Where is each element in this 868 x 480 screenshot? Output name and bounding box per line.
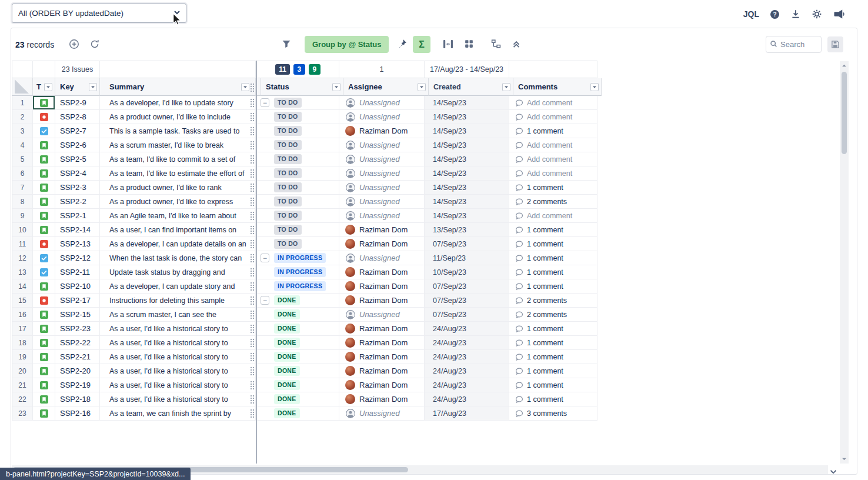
issue-key-cell[interactable]: SSP2-17: [55, 294, 100, 308]
group-collapse-toggle[interactable]: −: [261, 296, 269, 305]
issue-key-cell[interactable]: SSP2-10: [55, 279, 100, 294]
vertical-scrollbar[interactable]: [840, 61, 849, 464]
page-scroll-down-icon[interactable]: [828, 466, 839, 479]
assignee-cell[interactable]: Unassigned: [339, 138, 425, 152]
created-cell[interactable]: 17/Aug/23: [425, 406, 509, 421]
help-icon[interactable]: ?: [770, 9, 780, 19]
created-cell[interactable]: 14/Sep/23: [425, 181, 509, 195]
assignee-cell[interactable]: Unassigned: [339, 152, 425, 166]
row-number[interactable]: 23: [12, 406, 33, 421]
refresh-icon[interactable]: [89, 39, 100, 49]
status-cell[interactable]: DONE: [257, 406, 339, 421]
issue-summary-cell[interactable]: When the last task is done, the story ca…: [100, 251, 256, 265]
status-cell[interactable]: DONE: [257, 378, 339, 392]
created-cell[interactable]: 07/Sep/23: [425, 308, 509, 322]
issue-type-cell[interactable]: [33, 237, 55, 251]
comments-cell[interactable]: 2 comments: [509, 294, 597, 308]
assignee-cell[interactable]: Raziman Dom: [339, 378, 425, 392]
comments-cell[interactable]: Add comment: [509, 152, 597, 166]
assignee-cell[interactable]: Raziman Dom: [339, 279, 425, 294]
hierarchy-icon[interactable]: [491, 39, 501, 49]
issue-type-cell[interactable]: [33, 265, 55, 279]
created-cell[interactable]: 10/Sep/23: [425, 265, 509, 279]
status-cell[interactable]: TO DO: [257, 209, 339, 223]
status-cell[interactable]: IN PROGRESS: [257, 279, 339, 294]
assignee-cell[interactable]: Raziman Dom: [339, 392, 425, 406]
issue-type-cell[interactable]: [33, 195, 55, 209]
issue-key-cell[interactable]: SSP2-18: [55, 392, 100, 406]
filter-dropdown-icon[interactable]: [502, 83, 510, 91]
issue-key-cell[interactable]: SSP2-2: [55, 195, 100, 209]
issue-summary-cell[interactable]: As a developer, I'd like to update story: [100, 96, 256, 110]
status-cell[interactable]: TO DO: [257, 181, 339, 195]
issue-key-cell[interactable]: SSP2-7: [55, 124, 100, 138]
status-cell[interactable]: −TO DO: [257, 96, 339, 110]
issue-type-cell[interactable]: [33, 378, 55, 392]
issue-summary-cell[interactable]: As a team, I'd like to estimate the effo…: [100, 166, 256, 181]
filter-dropdown-icon[interactable]: [418, 83, 426, 91]
row-number[interactable]: 12: [12, 251, 33, 265]
collapse-all-icon[interactable]: [511, 38, 522, 49]
column-header-type[interactable]: T: [33, 78, 55, 96]
row-number[interactable]: 16: [12, 308, 33, 322]
vertical-scroll-thumb[interactable]: [842, 72, 847, 154]
group-by-status-button[interactable]: Group by @ Status: [305, 36, 389, 53]
assignee-cell[interactable]: Raziman Dom: [339, 350, 425, 364]
status-cell[interactable]: DONE: [257, 364, 339, 378]
comments-cell[interactable]: 1 comment: [509, 124, 597, 138]
issue-type-cell[interactable]: [33, 209, 55, 223]
column-header-status[interactable]: Status: [261, 78, 343, 96]
download-icon[interactable]: [790, 9, 801, 19]
row-number[interactable]: 8: [12, 195, 33, 209]
row-number[interactable]: 7: [12, 181, 33, 195]
issue-summary-cell[interactable]: As a product owner, I'd like to include: [100, 110, 256, 124]
issue-key-cell[interactable]: SSP2-1: [55, 209, 100, 223]
column-header-key[interactable]: Key: [55, 78, 100, 96]
issue-key-cell[interactable]: SSP2-19: [55, 378, 100, 392]
issue-type-cell[interactable]: [33, 294, 55, 308]
issue-type-cell[interactable]: [33, 308, 55, 322]
group-collapse-toggle[interactable]: −: [261, 98, 269, 107]
created-cell[interactable]: 24/Aug/23: [425, 336, 509, 350]
frozen-pane-divider[interactable]: [256, 61, 257, 464]
created-cell[interactable]: 07/Sep/23: [425, 279, 509, 294]
status-cell[interactable]: TO DO: [257, 110, 339, 124]
issue-type-cell[interactable]: [33, 336, 55, 350]
issue-type-cell[interactable]: [33, 279, 55, 294]
created-cell[interactable]: 24/Aug/23: [425, 378, 509, 392]
column-header-comments[interactable]: Comments: [513, 78, 602, 96]
save-button[interactable]: [827, 36, 843, 52]
search-field[interactable]: [766, 36, 822, 53]
created-cell[interactable]: 14/Sep/23: [425, 209, 509, 223]
comments-cell[interactable]: Add comment: [509, 138, 597, 152]
issue-type-cell[interactable]: [33, 96, 55, 110]
assignee-cell[interactable]: Raziman Dom: [339, 336, 425, 350]
issue-type-cell[interactable]: [33, 166, 55, 181]
megaphone-icon[interactable]: [833, 8, 844, 20]
comments-cell[interactable]: 3 comments: [509, 406, 597, 421]
assignee-cell[interactable]: Unassigned: [339, 195, 425, 209]
issue-type-cell[interactable]: [33, 223, 55, 237]
comments-cell[interactable]: 1 comment: [509, 181, 597, 195]
row-number[interactable]: 9: [12, 209, 33, 223]
row-number[interactable]: 22: [12, 392, 33, 406]
created-cell[interactable]: 14/Sep/23: [425, 138, 509, 152]
created-cell[interactable]: 07/Sep/23: [425, 294, 509, 308]
gear-icon[interactable]: [812, 9, 822, 19]
issue-key-cell[interactable]: SSP2-4: [55, 166, 100, 181]
add-record-icon[interactable]: [69, 39, 79, 49]
assignee-cell[interactable]: Raziman Dom: [339, 265, 425, 279]
assignee-cell[interactable]: Unassigned: [339, 96, 425, 110]
assignee-cell[interactable]: Raziman Dom: [339, 294, 425, 308]
issue-type-cell[interactable]: [33, 138, 55, 152]
row-number[interactable]: 15: [12, 294, 33, 308]
created-cell[interactable]: 14/Sep/23: [425, 152, 509, 166]
filter-dropdown-icon[interactable]: [241, 83, 249, 91]
assignee-cell[interactable]: Unassigned: [339, 166, 425, 181]
created-cell[interactable]: 24/Aug/23: [425, 392, 509, 406]
assignee-cell[interactable]: Unassigned: [339, 251, 425, 265]
row-number[interactable]: 6: [12, 166, 33, 181]
row-number[interactable]: 17: [12, 322, 33, 336]
comments-cell[interactable]: 1 comment: [509, 364, 597, 378]
comments-cell[interactable]: 1 comment: [509, 237, 597, 251]
